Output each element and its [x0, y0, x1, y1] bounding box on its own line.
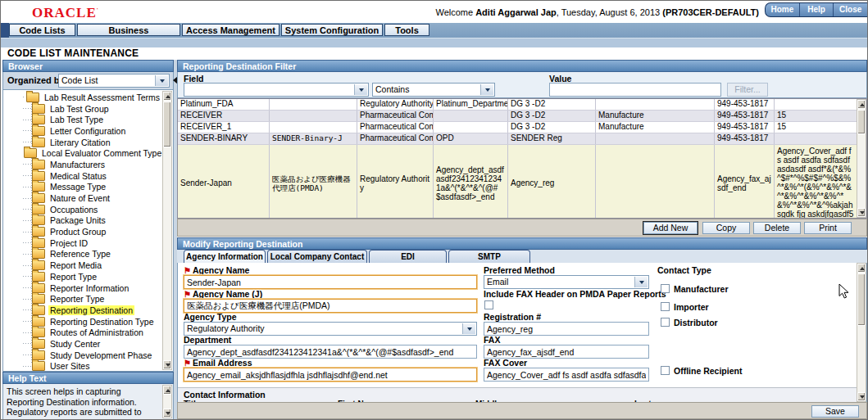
table-row[interactable]: RECEIVER_1Pharmaceutical CompanyDG 3 -D2… — [178, 122, 857, 133]
sidebar-item-package-units[interactable]: Package Units — [3, 215, 161, 227]
chevron-down-icon[interactable] — [155, 75, 168, 86]
sidebar-item-nature-of-event[interactable]: Nature of Event — [3, 192, 161, 204]
chevron-down-icon[interactable] — [480, 84, 493, 95]
sidebar-item-manufacturers[interactable]: Manufacturers — [3, 159, 161, 170]
form-scrollbar-thumb[interactable] — [857, 273, 866, 326]
modify-tabs-row: Agency Information Local Company Contact… — [177, 250, 867, 263]
sidebar-item-report-type[interactable]: Report Type — [3, 271, 161, 282]
add-new-button[interactable]: Add New — [643, 222, 698, 234]
help-scrollbar[interactable] — [162, 385, 172, 418]
tree-scrollbar-thumb[interactable] — [163, 102, 171, 147]
agency-type-select[interactable]: Regulatory Authority — [184, 322, 477, 336]
form-scrollbar[interactable] — [857, 263, 866, 402]
tree-item-label: Package Units — [48, 215, 107, 225]
required-flag-icon: ⚑ — [184, 290, 191, 299]
tab-local-company-contact[interactable]: Local Company Contact — [267, 250, 367, 263]
table-row[interactable]: SENDER-BINARYSENDER-Binary-JPharmaceutic… — [178, 133, 857, 145]
filter-value-input[interactable] — [549, 83, 721, 97]
table-row[interactable]: RECEIVERPharmaceutical CompanyDG 3 -D2Ma… — [178, 111, 857, 122]
table-row[interactable]: Sender-Japan医薬品および医療機器代理店(PMDA)Regulator… — [178, 145, 857, 219]
include-fax-header-label: Include FAX Header on PMDA Paper Reports — [484, 289, 666, 299]
offline-recipient-checkbox[interactable] — [661, 366, 670, 375]
scroll-down-icon[interactable] — [857, 392, 866, 401]
tree-connector — [23, 343, 31, 344]
sidebar-item-reporter-information[interactable]: Reporter Information — [3, 282, 161, 294]
sidebar-item-project-id[interactable]: Project ID — [3, 237, 161, 249]
menu-code-lists[interactable]: Code Lists — [9, 24, 75, 36]
preferred-method-select[interactable]: Email — [484, 275, 649, 289]
field-select[interactable] — [184, 83, 369, 97]
sidebar-item-occupations[interactable]: Occupations — [3, 204, 161, 215]
tree-item-label: Letter Configuration — [48, 126, 127, 136]
sidebar-item-study-development-phase[interactable]: Study Development Phase — [3, 350, 161, 361]
sidebar-item-local-evaluator-comment-type[interactable]: Local Evaluator Comment Type — [3, 147, 161, 159]
include-fax-header-checkbox[interactable] — [484, 300, 493, 309]
scroll-down-icon[interactable] — [163, 360, 171, 369]
fax-cover-input[interactable] — [484, 368, 649, 382]
table-cell — [270, 99, 357, 110]
tab-edi[interactable]: EDI — [369, 250, 447, 263]
sidebar-item-lab-test-group[interactable]: Lab Test Group — [3, 103, 161, 115]
manufacturer-checkbox[interactable] — [661, 284, 670, 293]
copy-button[interactable]: Copy — [702, 222, 750, 234]
sidebar-item-message-type[interactable]: Message Type — [3, 182, 161, 193]
sidebar-item-lab-test-type[interactable]: Lab Test Type — [3, 114, 161, 125]
save-button[interactable]: Save — [811, 405, 859, 418]
menu-access-management[interactable]: Access Management — [182, 24, 279, 36]
sidebar-item-reference-type[interactable]: Reference Type — [3, 249, 161, 260]
main-menu-bar: Code Lists Business Configuration Access… — [1, 23, 867, 38]
menu-tools[interactable]: Tools — [384, 24, 429, 36]
menu-business-configuration[interactable]: Business Configuration — [77, 24, 180, 36]
email-address-input[interactable] — [184, 368, 477, 382]
sidebar-item-lab-result-assessment-terms[interactable]: Lab Result Assessment Terms — [3, 92, 161, 103]
table-cell: Pharmaceutical Company — [357, 122, 434, 133]
scroll-down-icon[interactable] — [857, 208, 866, 217]
filter-button[interactable]: Filter... — [727, 83, 768, 97]
print-button[interactable]: Print — [804, 222, 852, 234]
sidebar-item-user-sites[interactable]: User Sites — [3, 361, 161, 373]
scroll-up-icon[interactable] — [163, 92, 171, 101]
table-cell: 949-453-1817 — [715, 122, 775, 133]
table-scrollbar[interactable] — [857, 99, 866, 218]
organized-by-select[interactable]: Code List — [58, 74, 170, 88]
delete-button[interactable]: Delete — [753, 222, 801, 234]
sidebar-item-routes-of-administration[interactable]: Routes of Administration — [3, 327, 161, 338]
chevron-down-icon[interactable] — [354, 84, 367, 95]
sidebar-item-reporter-type[interactable]: Reporter Type — [3, 293, 161, 305]
operator-select[interactable]: Contains — [372, 83, 495, 97]
scroll-up-icon[interactable] — [857, 264, 866, 273]
table-cell: 15 — [775, 122, 857, 133]
save-bar: Save — [177, 402, 867, 419]
required-flag-icon: ⚑ — [184, 359, 191, 368]
fax-input[interactable] — [484, 345, 649, 359]
sidebar-item-medical-status[interactable]: Medical Status — [3, 170, 161, 182]
agency-name-j-input[interactable] — [184, 299, 477, 313]
chevron-down-icon[interactable] — [634, 277, 648, 287]
table-scrollbar-thumb[interactable] — [857, 110, 866, 134]
importer-checkbox[interactable] — [661, 302, 670, 311]
chevron-down-icon[interactable] — [462, 323, 475, 334]
sidebar-item-reporting-destination-type[interactable]: Reporting Destination Type — [3, 316, 161, 327]
table-cell — [596, 145, 715, 219]
tree-scrollbar[interactable] — [162, 91, 172, 370]
distributor-checkbox[interactable] — [661, 318, 670, 327]
scroll-down-icon[interactable] — [163, 409, 171, 418]
sidebar-item-product-group[interactable]: Product Group — [3, 226, 161, 237]
home-button[interactable]: Home — [766, 3, 800, 16]
sidebar-item-reporting-destination[interactable]: Reporting Destination — [3, 305, 161, 316]
sidebar-item-report-media[interactable]: Report Media — [3, 260, 161, 271]
table-row[interactable]: Platinum_FDARegulatory AuthorityPlatinum… — [178, 99, 857, 111]
tab-agency-information[interactable]: Agency Information — [184, 250, 266, 263]
menu-system-configuration[interactable]: System Configuration — [281, 24, 383, 36]
scroll-up-icon[interactable] — [857, 100, 866, 109]
scroll-up-icon[interactable] — [163, 386, 171, 395]
tab-smtp[interactable]: SMTP — [448, 250, 530, 263]
department-input[interactable] — [184, 345, 477, 359]
sidebar-item-letter-configuration[interactable]: Letter Configuration — [3, 125, 161, 137]
sidebar-item-study-center[interactable]: Study Center — [3, 338, 161, 350]
close-button[interactable]: Close — [834, 3, 867, 16]
agency-name-input[interactable] — [184, 275, 477, 289]
registration-input[interactable] — [484, 322, 649, 336]
help-button[interactable]: Help — [800, 3, 834, 16]
agency-information-form: ⚑Agency Name ⚑Agency Name (J) Agency Typ… — [177, 263, 867, 402]
